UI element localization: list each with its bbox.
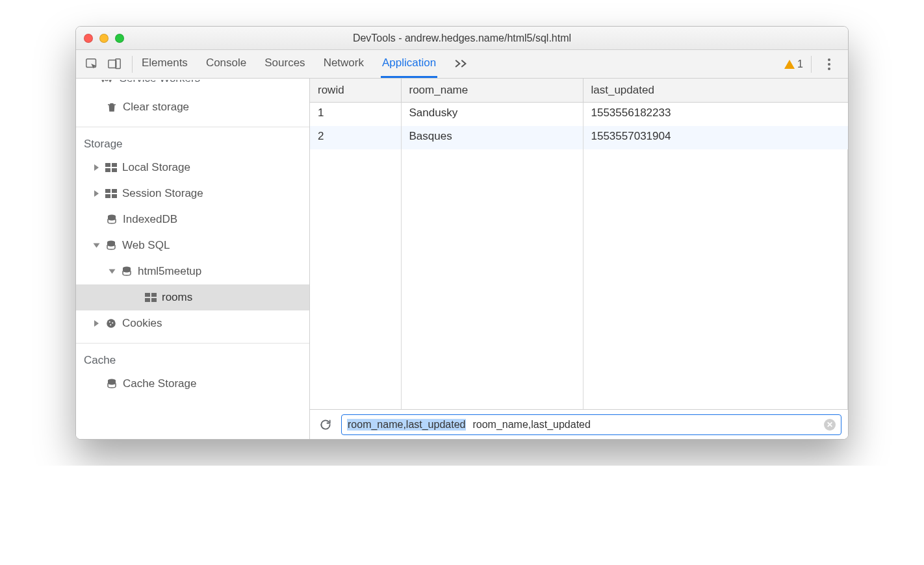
- tab-console[interactable]: Console: [205, 50, 248, 78]
- svg-point-25: [110, 324, 111, 325]
- svg-rect-9: [105, 168, 110, 172]
- sidebar-item-clear-storage[interactable]: Clear storage: [76, 94, 309, 120]
- cookie-icon: [104, 318, 118, 329]
- sql-input-field[interactable]: [471, 418, 819, 431]
- tab-network[interactable]: Network: [322, 50, 365, 78]
- svg-rect-10: [112, 168, 117, 172]
- svg-point-24: [112, 322, 113, 323]
- devtools-tab-list: Elements Console Sources Network Applica…: [140, 50, 782, 78]
- application-sidebar: Service Workers Clear storage Storage: [76, 79, 310, 439]
- sidebar-item-local-storage[interactable]: Local Storage: [76, 155, 309, 181]
- svg-rect-1: [109, 60, 116, 68]
- storage-icon: [104, 163, 118, 172]
- svg-point-22: [107, 319, 116, 328]
- tab-application[interactable]: Application: [381, 50, 437, 78]
- svg-point-3: [828, 58, 830, 61]
- sidebar-item-label: rooms: [162, 291, 192, 304]
- minimize-window-button[interactable]: [99, 34, 109, 43]
- sidebar-item-label: html5meetup: [138, 265, 201, 278]
- sidebar-item-database[interactable]: html5meetup: [76, 258, 309, 284]
- database-icon: [104, 240, 118, 251]
- svg-rect-14: [112, 194, 117, 198]
- warnings-indicator[interactable]: 1: [784, 58, 803, 70]
- table-empty-area: [310, 149, 848, 409]
- data-table: rowid room_name last_updated 1 Sandusky …: [310, 79, 848, 409]
- chevron-right-icon: [94, 164, 99, 171]
- sidebar-item-label: Cache Storage: [123, 377, 196, 390]
- svg-rect-20: [145, 298, 150, 302]
- traffic-lights: [84, 34, 124, 43]
- sidebar-heading-cache: Cache: [76, 344, 309, 371]
- maximize-window-button[interactable]: [115, 34, 124, 43]
- sidebar-item-indexeddb[interactable]: IndexedDB: [76, 207, 309, 232]
- database-icon: [105, 214, 119, 225]
- sql-console-bar: room_name,last_updated ✕: [310, 409, 848, 439]
- svg-rect-7: [105, 163, 110, 167]
- table-viewer-panel: rowid room_name last_updated 1 Sandusky …: [310, 79, 848, 439]
- tab-sources[interactable]: Sources: [263, 50, 306, 78]
- sql-input[interactable]: room_name,last_updated ✕: [341, 414, 841, 435]
- cell-last-updated: 1553557031904: [583, 126, 848, 149]
- database-icon: [120, 266, 134, 277]
- trash-icon: [105, 101, 119, 113]
- svg-rect-13: [105, 194, 110, 198]
- window-titlebar: DevTools - andrew.hedges.name/html5/sql.…: [76, 27, 848, 50]
- sidebar-item-table-rooms[interactable]: rooms: [76, 284, 309, 310]
- warning-icon: [784, 60, 795, 69]
- svg-rect-11: [105, 189, 110, 193]
- cell-rowid: 2: [310, 126, 401, 149]
- devtools-window: DevTools - andrew.hedges.name/html5/sql.…: [75, 26, 849, 440]
- tabbar-separator: [132, 56, 133, 73]
- svg-rect-8: [112, 163, 117, 167]
- refresh-button[interactable]: [316, 416, 335, 434]
- sidebar-item-label: Session Storage: [122, 187, 203, 200]
- kebab-menu-icon[interactable]: [819, 55, 839, 74]
- sidebar-item-service-workers[interactable]: Service Workers: [76, 80, 309, 94]
- table-icon: [144, 293, 158, 302]
- window-title: DevTools - andrew.hedges.name/html5/sql.…: [76, 32, 848, 44]
- sidebar-item-label: Cookies: [122, 317, 162, 330]
- svg-point-23: [109, 321, 110, 323]
- database-icon: [105, 378, 119, 390]
- storage-icon: [104, 189, 118, 198]
- device-toolbar-icon[interactable]: [105, 55, 124, 74]
- svg-point-4: [828, 63, 830, 66]
- cell-last-updated: 1553556182233: [583, 103, 848, 127]
- column-header-room-name[interactable]: room_name: [401, 79, 583, 103]
- sidebar-item-cache-storage[interactable]: Cache Storage: [76, 371, 309, 397]
- sidebar-item-label: Web SQL: [122, 239, 170, 252]
- sidebar-item-cookies[interactable]: Cookies: [76, 310, 309, 336]
- svg-rect-18: [145, 293, 150, 297]
- panel-body: Service Workers Clear storage Storage: [76, 79, 848, 439]
- svg-rect-19: [151, 293, 157, 297]
- chevron-right-icon: [94, 320, 99, 327]
- svg-point-5: [828, 68, 830, 70]
- svg-rect-12: [112, 189, 117, 193]
- devtools-tabbar: Elements Console Sources Network Applica…: [76, 50, 848, 79]
- close-window-button[interactable]: [84, 34, 93, 43]
- chevron-down-icon: [109, 270, 116, 274]
- tab-elements[interactable]: Elements: [140, 50, 189, 78]
- sidebar-item-label: Local Storage: [122, 161, 190, 174]
- svg-point-6: [105, 80, 109, 81]
- sidebar-heading-storage: Storage: [76, 127, 309, 155]
- column-header-last-updated[interactable]: last_updated: [583, 79, 848, 103]
- table-row[interactable]: 2 Basques 1553557031904: [310, 126, 848, 149]
- clear-input-icon[interactable]: ✕: [824, 419, 836, 431]
- chevron-right-icon: [94, 190, 99, 197]
- sidebar-tree: Service Workers Clear storage Storage: [76, 79, 309, 397]
- sidebar-item-web-sql[interactable]: Web SQL: [76, 232, 309, 258]
- tab-overflow-icon[interactable]: [453, 50, 470, 78]
- cell-room-name: Basques: [401, 126, 583, 149]
- cell-room-name: Sandusky: [401, 103, 583, 127]
- svg-rect-21: [151, 298, 157, 302]
- warnings-count: 1: [797, 58, 803, 70]
- table-row[interactable]: 1 Sandusky 1553556182233: [310, 103, 848, 127]
- cell-rowid: 1: [310, 103, 401, 127]
- inspect-element-icon[interactable]: [83, 55, 102, 74]
- sidebar-item-label: IndexedDB: [123, 213, 177, 226]
- sidebar-item-session-storage[interactable]: Session Storage: [76, 181, 309, 207]
- sql-input-value: room_name,last_updated: [347, 419, 466, 431]
- chevron-down-icon: [94, 244, 100, 248]
- column-header-rowid[interactable]: rowid: [310, 79, 401, 103]
